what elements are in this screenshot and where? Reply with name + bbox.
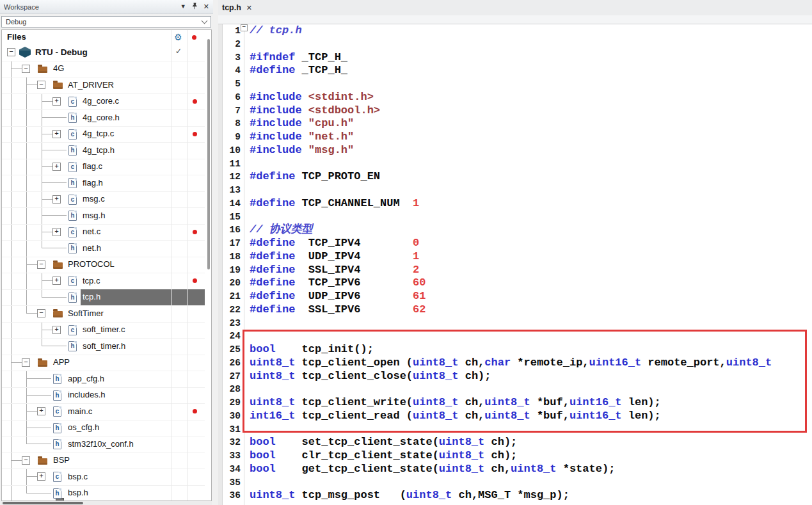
config-dropdown[interactable]: Debug xyxy=(1,16,211,28)
tree-item-softtimer[interactable]: −SoftTimer xyxy=(2,305,205,322)
line-number: 31 xyxy=(218,423,241,437)
fold-collapse-icon[interactable]: − xyxy=(241,24,248,31)
active-build-checkmark: ✓ xyxy=(175,47,182,56)
tree-item-label: net.c xyxy=(81,226,103,237)
pin-icon[interactable] xyxy=(192,3,198,11)
gear-icon[interactable]: ⚙ xyxy=(174,31,182,43)
expand-toggle[interactable]: + xyxy=(52,326,61,334)
h-file-icon: h xyxy=(53,488,61,499)
code-token-str: "cpu.h" xyxy=(302,117,354,129)
collapse-toggle[interactable]: − xyxy=(22,456,30,465)
modified-column-icon xyxy=(192,35,196,40)
tree-item-4g-tcp-h[interactable]: h4g_tcp.h xyxy=(2,142,205,159)
tree-item-4g-tcp-c[interactable]: +c4g_tcp.c xyxy=(2,126,205,143)
tree-vertical-scrollbar[interactable] xyxy=(207,39,210,269)
code-line: #define SSL_IPV6 62 xyxy=(250,303,426,317)
row-separator xyxy=(2,338,205,339)
expand-toggle[interactable]: + xyxy=(52,130,61,138)
c-file-icon: c xyxy=(68,325,77,335)
tree-item-tcp-h[interactable]: htcp.h xyxy=(2,289,205,306)
code-token-id: TCP_IPV4 xyxy=(295,237,413,249)
tree-item-at-driver[interactable]: −AT_DRIVER xyxy=(2,77,205,93)
tree-item-soft-timer-h[interactable]: hsoft_timer.h xyxy=(2,338,205,355)
tree-connector-line xyxy=(11,68,22,69)
code-token-kw: uint8_t xyxy=(439,463,484,475)
code-token-kw: #include xyxy=(250,91,302,103)
expand-toggle[interactable]: + xyxy=(52,277,61,285)
tree-item-net-c[interactable]: +cnet.c xyxy=(2,224,205,241)
h-file-icon: h xyxy=(68,243,77,253)
tree-item-4g-core-c[interactable]: +c4g_core.c xyxy=(2,93,205,110)
tree-item-app[interactable]: −APP xyxy=(2,355,205,371)
code-line: #define UDP_IPV4 1 xyxy=(250,250,419,264)
tree-item-includes-h[interactable]: hincludes.h xyxy=(2,387,205,404)
tree-item-bsp-c[interactable]: +cbsp.c xyxy=(2,469,205,485)
tree-connector-line xyxy=(42,101,53,102)
tree-item-main-c[interactable]: +cmain.c xyxy=(2,403,205,420)
collapse-toggle[interactable]: − xyxy=(37,309,45,317)
tree-item-label: soft_timer.h xyxy=(81,341,128,352)
expand-toggle[interactable]: + xyxy=(52,163,61,171)
chevron-down-icon xyxy=(202,17,208,24)
tree-item-label: includes.h xyxy=(66,389,108,401)
tree-item-app-cfg-h[interactable]: happ_cfg.h xyxy=(2,371,205,387)
tree-item-msg-c[interactable]: +cmsg.c xyxy=(2,191,205,208)
tree-horizontal-scrollbar[interactable] xyxy=(1,501,212,505)
tree-connector-line xyxy=(26,493,51,493)
h-file-icon: h xyxy=(53,390,61,401)
close-icon[interactable]: ✕ xyxy=(203,3,209,10)
h-file-icon: h xyxy=(53,423,61,433)
workspace-titlebar: Workspace ▼ ✕ xyxy=(0,0,213,14)
tree-item-flag-h[interactable]: hflag.h xyxy=(2,175,205,191)
code-token-kw: #include xyxy=(250,117,302,129)
scrollbar-thumb[interactable] xyxy=(3,502,83,504)
tree-item-net-h[interactable]: hnet.h xyxy=(2,240,205,257)
collapse-toggle[interactable]: − xyxy=(7,48,15,56)
tree-item-bsp[interactable]: −BSP xyxy=(2,453,205,469)
tree-item-4g[interactable]: −4G xyxy=(2,61,205,77)
row-separator xyxy=(2,420,205,421)
expand-toggle[interactable]: + xyxy=(37,472,45,481)
line-number: 24 xyxy=(218,330,241,343)
tree-item-os-cfg-h[interactable]: hos_cfg.h xyxy=(2,420,205,437)
tree-connector-line xyxy=(26,444,51,444)
expand-toggle[interactable]: + xyxy=(52,97,61,106)
code-line: #define TCP_PROTO_EN xyxy=(250,170,380,184)
code-token-id: *state); xyxy=(557,463,616,475)
tree-item-msg-h[interactable]: hmsg.h xyxy=(2,207,205,224)
collapse-toggle[interactable]: − xyxy=(22,358,30,367)
code-line: #include "cpu.h" xyxy=(250,117,354,131)
expand-toggle[interactable]: + xyxy=(52,195,61,204)
code-token-id: TCP_CHANNEL_NUM xyxy=(295,197,413,209)
tree-item-bsp-h[interactable]: hbsp.h xyxy=(2,485,205,502)
tree-item-rtu-debug[interactable]: −RTU - Debug✓ xyxy=(2,44,205,61)
code-token-num: 0 xyxy=(413,237,419,249)
tree-item-protocol[interactable]: −PROTOCOL xyxy=(2,257,205,273)
code-editor[interactable]: 1234567891011121314151617181920212223242… xyxy=(218,24,812,505)
collapse-toggle[interactable]: − xyxy=(37,261,45,269)
dock-menu-icon[interactable]: ▼ xyxy=(180,4,186,10)
code-token-id: get_tcp_client_state( xyxy=(276,463,439,475)
tree-connector-line xyxy=(42,346,67,346)
tree-item-tcp-c[interactable]: +ctcp.c xyxy=(2,273,205,289)
tab-tcp-h[interactable]: tcp.h ✕ xyxy=(218,0,259,15)
tree-connector-line xyxy=(42,330,53,330)
row-separator xyxy=(2,93,205,94)
code-token-str: "msg.h" xyxy=(302,144,354,156)
expand-toggle[interactable]: + xyxy=(52,228,61,236)
tree-item-label: RTU - Debug xyxy=(33,47,90,58)
h-file-icon: h xyxy=(53,374,61,384)
tree-item-label: flag.c xyxy=(81,161,105,172)
tree-connector-line xyxy=(42,232,53,232)
code-token-kw: uint8_t xyxy=(439,436,484,448)
tree-item-4g-core-h[interactable]: h4g_core.h xyxy=(2,109,205,126)
tree-item-label: net.h xyxy=(81,243,104,254)
tab-close-icon[interactable]: ✕ xyxy=(246,4,252,12)
collapse-toggle[interactable]: − xyxy=(22,65,30,73)
code-token-id: ch,MSG_T *msg_p); xyxy=(452,489,569,501)
expand-toggle[interactable]: + xyxy=(37,407,45,415)
tree-item-flag-c[interactable]: +cflag.c xyxy=(2,159,205,175)
collapse-toggle[interactable]: − xyxy=(37,81,45,89)
tree-item-soft-timer-c[interactable]: +csoft_timer.c xyxy=(2,322,205,339)
tree-item-stm32f10x-conf-h[interactable]: hstm32f10x_conf.h xyxy=(2,436,205,453)
